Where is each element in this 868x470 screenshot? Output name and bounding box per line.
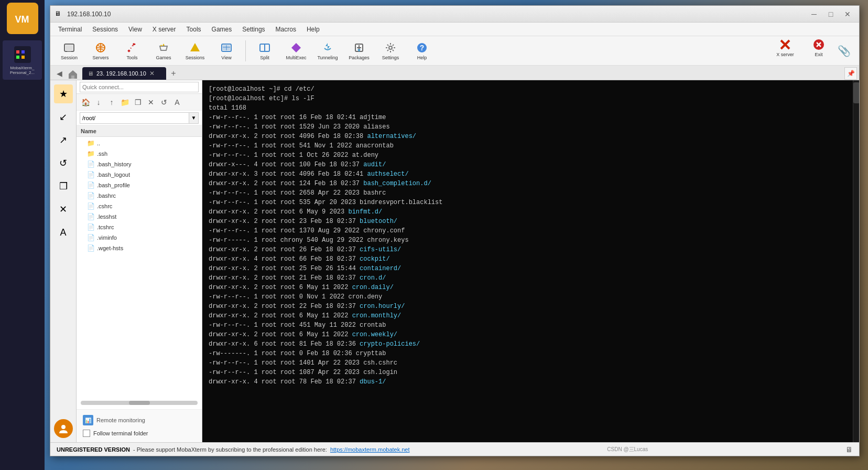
tab-session-1[interactable]: 🖥 23. 192.168.100.10 ✕ bbox=[82, 67, 166, 80]
follow-terminal-checkbox[interactable] bbox=[83, 430, 90, 437]
vmware-sidebar: VM MobaXterm_Personal_2... bbox=[0, 0, 45, 470]
toolbar-tunneling-button[interactable]: Tunneling bbox=[313, 38, 342, 63]
list-item[interactable]: 📄 .wget-hsts bbox=[77, 243, 202, 253]
vmware-logo-icon: VM bbox=[10, 7, 34, 30]
maximize-button[interactable]: □ bbox=[823, 8, 838, 20]
panels: ★ ↙ ↗ ↺ ❒ ✕ A bbox=[50, 80, 859, 442]
tab-session-icon: 🖥 bbox=[88, 70, 93, 77]
menu-help[interactable]: Help bbox=[301, 24, 325, 35]
list-item[interactable]: 📄 .bash_logout bbox=[77, 169, 202, 180]
file-icon: 📄 bbox=[87, 181, 95, 189]
sidebar-download-button[interactable]: ↙ bbox=[54, 108, 73, 126]
terminal-line: -rw-r--r--. 1 root root 1370 Aug 29 2022… bbox=[209, 226, 847, 236]
sidebar-upload-button[interactable]: ↗ bbox=[54, 131, 73, 149]
sidebar-item-mobaxterm[interactable]: MobaXterm_Personal_2... bbox=[3, 40, 42, 80]
xserver-label: X server bbox=[776, 52, 794, 57]
toolbar-view-button[interactable]: View bbox=[212, 38, 241, 63]
list-item[interactable]: 📄 .bashrc bbox=[77, 190, 202, 201]
terminal-line: drwxr-xr-x. 2 root root 6 May 11 2022 cr… bbox=[209, 283, 847, 292]
toolbar-settings-button[interactable]: Settings bbox=[376, 38, 405, 63]
toolbar-tools-button[interactable]: Tools bbox=[117, 38, 147, 63]
toolbar-session-button[interactable]: Session bbox=[55, 38, 84, 63]
svg-marker-21 bbox=[291, 43, 301, 52]
toolbar-multiexec-button[interactable]: MultiExec bbox=[281, 38, 311, 63]
list-item[interactable]: 📄 .viminfo bbox=[77, 232, 202, 243]
remote-monitoring-button[interactable]: 📊 Remote monitoring bbox=[80, 413, 199, 428]
split-icon bbox=[258, 41, 271, 54]
toolbar-servers-button[interactable]: Servers bbox=[86, 38, 115, 63]
paperclip-icon[interactable]: 📎 bbox=[838, 45, 851, 57]
fp-font-button[interactable]: A bbox=[171, 97, 183, 108]
fp-download-button[interactable]: ↓ bbox=[93, 97, 104, 108]
file-icon: 📄 bbox=[87, 192, 95, 199]
servers-label: Servers bbox=[92, 55, 108, 60]
exit-button[interactable]: Exit bbox=[804, 38, 833, 63]
minimize-button[interactable]: ─ bbox=[807, 8, 821, 20]
exit-icon bbox=[812, 38, 825, 51]
sessions-icon bbox=[189, 41, 201, 54]
fp-home-button[interactable]: 🏠 bbox=[80, 97, 91, 108]
list-item[interactable]: 📄 .lesshst bbox=[77, 211, 202, 222]
list-item[interactable]: 📄 .tcshrc bbox=[77, 222, 202, 232]
path-input[interactable] bbox=[80, 112, 189, 124]
fp-new-folder-button[interactable]: 📁 bbox=[119, 97, 131, 108]
terminal[interactable]: [root@localhost ~]# cd /etc/ [root@local… bbox=[202, 80, 853, 442]
list-item[interactable]: 📄 .bash_history bbox=[77, 159, 202, 169]
menu-games[interactable]: Games bbox=[207, 24, 237, 35]
close-button[interactable]: ✕ bbox=[840, 8, 855, 20]
monitor-icon[interactable]: 🖥 bbox=[845, 445, 853, 454]
fp-refresh-button[interactable]: ↺ bbox=[158, 97, 170, 108]
file-name: .bash_history bbox=[97, 161, 131, 167]
tab-pin-button[interactable]: 📌 bbox=[844, 67, 857, 80]
scroll-thumb[interactable] bbox=[129, 401, 150, 405]
terminal-line: drwxr-xr-x. 3 root root 4096 Feb 18 02:4… bbox=[209, 169, 847, 179]
menu-sessions[interactable]: Sessions bbox=[87, 24, 123, 35]
terminal-line: -rw-r--r--. 1 root root 16 Feb 18 02:41 … bbox=[209, 113, 847, 122]
status-link[interactable]: https://mobaxterm.mobatek.net bbox=[330, 446, 410, 453]
list-item[interactable]: 📁 .. bbox=[77, 138, 202, 148]
terminal-line: drwxr-xr-x. 2 root root 21 Feb 18 02:37 … bbox=[209, 273, 847, 283]
fp-copy-button[interactable]: ❒ bbox=[132, 97, 144, 108]
menu-terminal[interactable]: Terminal bbox=[53, 24, 87, 35]
terminal-line: -rw-r-----. 1 root chrony 540 Aug 29 202… bbox=[209, 236, 847, 245]
sidebar-bookmark-button[interactable]: ★ bbox=[54, 84, 73, 103]
content-area: ◀ 🖥 23. 192.168.100.10 ✕ + 📌 bbox=[50, 66, 859, 442]
file-icon: 📄 bbox=[87, 161, 95, 168]
tab-nav-left[interactable]: ◀ bbox=[53, 67, 66, 80]
terminal-scrollbar[interactable] bbox=[853, 80, 859, 442]
menu-bar: Terminal Sessions View X server Tools Ga… bbox=[50, 23, 859, 36]
packages-label: Packages bbox=[349, 55, 370, 60]
file-name: .lesshst bbox=[97, 213, 116, 220]
sidebar-delete-button[interactable]: ✕ bbox=[54, 200, 73, 219]
toolbar-help-button[interactable]: ? Help bbox=[407, 38, 437, 63]
file-icon: 📄 bbox=[87, 234, 95, 241]
file-list: 📁 .. 📁 .ssh 📄 .bash_history 📄 bbox=[77, 137, 202, 397]
path-dropdown[interactable]: ▼ bbox=[189, 112, 199, 124]
fp-delete-button[interactable]: ✕ bbox=[145, 97, 157, 108]
toolbar-sessions-button[interactable]: Sessions bbox=[180, 38, 210, 63]
menu-settings[interactable]: Settings bbox=[237, 24, 270, 35]
menu-view[interactable]: View bbox=[123, 24, 147, 35]
games-label: Games bbox=[156, 55, 171, 60]
list-item[interactable]: 📄 .cshrc bbox=[77, 201, 202, 211]
quick-connect-input[interactable] bbox=[80, 82, 199, 92]
list-item[interactable]: 📁 .ssh bbox=[77, 148, 202, 159]
toolbar-split-button[interactable]: Split bbox=[250, 38, 279, 63]
menu-macros[interactable]: Macros bbox=[270, 24, 301, 35]
xserver-button[interactable]: X server bbox=[771, 38, 800, 63]
menu-tools[interactable]: Tools bbox=[181, 24, 207, 35]
file-name: .bash_profile bbox=[97, 182, 130, 188]
toolbar-packages-button[interactable]: Packages bbox=[344, 38, 374, 63]
tab-close-button[interactable]: ✕ bbox=[149, 70, 155, 77]
sidebar-copy-button[interactable]: ❒ bbox=[54, 177, 73, 196]
tab-add-button[interactable]: + bbox=[167, 67, 180, 80]
fp-upload-button[interactable]: ↑ bbox=[106, 97, 117, 108]
tab-home bbox=[66, 69, 80, 80]
sidebar-font-button[interactable]: A bbox=[54, 223, 73, 242]
list-item[interactable]: 📄 .bash_profile bbox=[77, 180, 202, 190]
follow-terminal-checkbox-row[interactable]: Follow terminal folder bbox=[80, 428, 199, 439]
sidebar-refresh-button[interactable]: ↺ bbox=[54, 154, 73, 173]
mobaxterm-icon bbox=[13, 45, 32, 64]
menu-xserver[interactable]: X server bbox=[147, 24, 181, 35]
toolbar-games-button[interactable]: Games bbox=[149, 38, 178, 63]
